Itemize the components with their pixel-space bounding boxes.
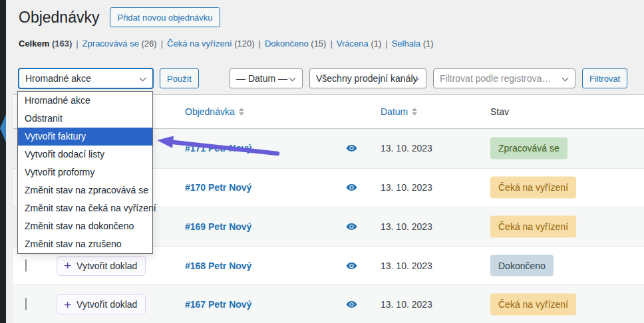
filter-button[interactable]: Filtrovat xyxy=(582,68,627,88)
status-link-count: (1) xyxy=(371,39,381,49)
order-link[interactable]: #169 Petr Nový xyxy=(185,221,251,232)
preview-eye-icon[interactable] xyxy=(346,300,357,308)
plus-icon: + xyxy=(64,298,71,311)
bulk-actions-value: Hromadné akce xyxy=(25,73,91,84)
status-link-4[interactable]: Dokončeno (15) xyxy=(265,39,327,49)
orders-admin-page: Objednávky Přidat novou objednávku Celke… xyxy=(0,0,644,323)
preview-eye-icon[interactable] xyxy=(346,144,357,152)
status-link-count: (1) xyxy=(423,39,434,49)
status-link-3[interactable]: Čeká na vyřízení (120) xyxy=(167,39,255,49)
sales-channel-value: Všechny prodejní kanály xyxy=(316,73,418,84)
sort-icon xyxy=(239,108,244,116)
order-date: 13. 10. 2023 xyxy=(381,182,432,193)
bulk-actions-dropdown: Hromadné akceOdstranitVytvořit fakturyVy… xyxy=(17,91,153,254)
apply-button[interactable]: Použít xyxy=(160,68,199,88)
page-title: Objednávky xyxy=(19,7,99,27)
status-filter-links: Celkem (163)|Zpracovává se (26)|Čeká na … xyxy=(19,38,434,50)
column-header-order[interactable]: Objednávka xyxy=(185,106,244,117)
dropdown-option-8[interactable]: Změnit stav na dokončeno xyxy=(18,217,152,235)
customer-filter-placeholder: Filtrovat podle registrovaných z… xyxy=(440,73,554,84)
date-filter-select[interactable]: — Datum — xyxy=(230,68,303,88)
chevron-down-icon xyxy=(289,75,296,82)
table-row: +Vytvořit doklad#167 Petr Nový13. 10. 20… xyxy=(13,284,644,323)
date-filter-value: — Datum — xyxy=(236,73,287,84)
status-link-count: (15) xyxy=(311,39,326,49)
status-link-count: (120) xyxy=(234,39,254,49)
dropdown-option-4[interactable]: Vytvořit dodací listy xyxy=(18,146,152,163)
status-badge: Čeká na vyřízení xyxy=(490,216,576,238)
status-badge: Zpracovává se xyxy=(490,138,567,160)
preview-eye-icon[interactable] xyxy=(346,223,357,231)
status-link-2[interactable]: Zpracovává se (26) xyxy=(82,39,157,49)
status-badge: Dokončeno xyxy=(490,255,554,276)
order-link[interactable]: #170 Petr Nový xyxy=(185,182,251,193)
admin-sidebar-collapsed[interactable] xyxy=(0,0,6,323)
order-date: 13. 10. 2023 xyxy=(381,221,432,232)
column-header-date[interactable]: Datum xyxy=(381,106,417,117)
order-link[interactable]: #167 Petr Nový xyxy=(185,299,251,310)
status-badge: Čeká na vyřízení xyxy=(490,294,576,316)
dropdown-option-3[interactable]: Vytvořit faktury xyxy=(18,128,152,146)
create-document-label: Vytvořit doklad xyxy=(77,299,137,310)
column-header-status: Stav xyxy=(490,106,509,117)
bulk-actions-select[interactable]: Hromadné akce xyxy=(19,68,153,88)
separator: | xyxy=(330,39,332,49)
status-badge: Čeká na vyřízení xyxy=(490,177,576,199)
create-document-button[interactable]: +Vytvořit doklad xyxy=(57,294,146,314)
dropdown-option-5[interactable]: Vytvořit proformy xyxy=(18,163,152,181)
create-document-label: Vytvořit doklad xyxy=(77,261,137,271)
dropdown-option-2[interactable]: Odstranit xyxy=(18,110,152,128)
create-document-button[interactable]: +Vytvořit doklad xyxy=(57,256,146,276)
status-link-count: (26) xyxy=(142,39,157,49)
customer-filter-select[interactable]: Filtrovat podle registrovaných z… xyxy=(433,68,575,88)
row-checkbox[interactable] xyxy=(25,298,27,310)
status-link-count: (163) xyxy=(52,39,72,49)
collapse-menu-arrow-icon[interactable] xyxy=(0,114,6,142)
sales-channel-select[interactable]: Všechny prodejní kanály xyxy=(309,68,426,88)
order-date: 13. 10. 2023 xyxy=(381,299,432,310)
add-new-order-button[interactable]: Přidat novou objednávku xyxy=(110,7,220,27)
separator: | xyxy=(76,39,78,49)
status-link-6[interactable]: Selhala (1) xyxy=(392,39,434,49)
chevron-down-icon xyxy=(140,75,146,82)
separator: | xyxy=(161,39,163,49)
separator: | xyxy=(385,39,387,49)
status-link-5[interactable]: Vrácena (1) xyxy=(337,39,381,49)
dropdown-option-9[interactable]: Změnit stav na zrušeno xyxy=(18,235,152,253)
preview-eye-icon[interactable] xyxy=(346,262,357,270)
order-link[interactable]: #171 Petr Nový xyxy=(185,143,251,154)
dropdown-option-1[interactable]: Hromadné akce xyxy=(18,92,152,110)
sort-icon xyxy=(412,108,417,116)
chevron-down-icon xyxy=(562,75,569,82)
page-header: Objednávky Přidat novou objednávku xyxy=(19,7,220,27)
order-date: 13. 10. 2023 xyxy=(381,143,432,154)
order-date: 13. 10. 2023 xyxy=(381,261,432,271)
separator: | xyxy=(259,39,261,49)
filter-toolbar: Hromadné akce Použít — Datum — Všechny p… xyxy=(0,68,644,88)
status-link-1[interactable]: Celkem (163) xyxy=(19,39,72,49)
order-link[interactable]: #168 Petr Nový xyxy=(185,261,251,271)
dropdown-option-7[interactable]: Změnit stav na čeká na vyřízení xyxy=(18,199,152,217)
dropdown-option-6[interactable]: Změnit stav na zpracovává se xyxy=(18,181,152,199)
plus-icon: + xyxy=(64,259,71,272)
row-checkbox[interactable] xyxy=(25,259,27,272)
preview-eye-icon[interactable] xyxy=(346,183,357,191)
